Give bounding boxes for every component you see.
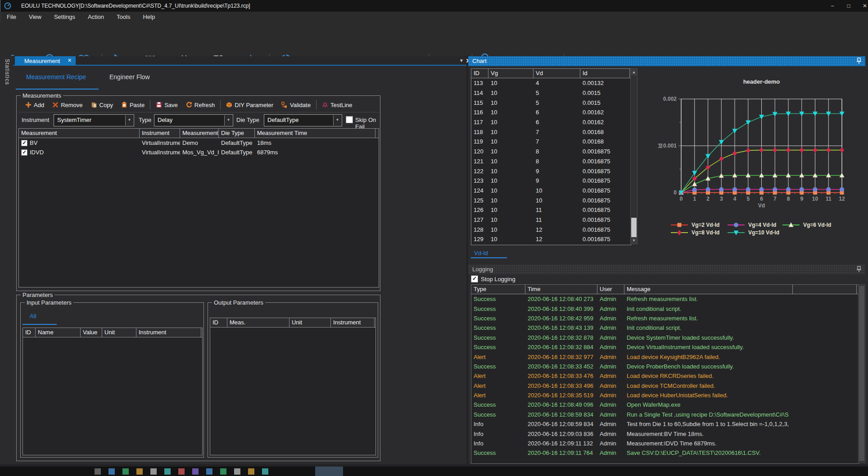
chevron-down-icon[interactable]: ▼	[125, 115, 133, 126]
tab-measurement[interactable]: Measurement ✕	[15, 56, 76, 65]
menu-item-file[interactable]: File	[0, 12, 23, 22]
log-row[interactable]: Alert2020-06-16 12:08:33 496AdminLoad de…	[471, 381, 859, 391]
scroll-up-icon[interactable]: ▲	[631, 69, 637, 76]
diy-parameter-button[interactable]: DIY Parameter	[222, 100, 277, 110]
menu-item-help[interactable]: Help	[136, 12, 161, 22]
data-table-row[interactable]: 1221090.0016875	[471, 166, 631, 176]
die-type-dropdown[interactable]: DefaultType ▼	[264, 114, 342, 126]
data-table-row[interactable]: 1201080.0016875	[471, 147, 631, 157]
testline-button[interactable]: TestLine	[318, 100, 356, 110]
taskbar-icon[interactable]	[122, 468, 129, 475]
column-header-instrument[interactable]: Instrument	[136, 328, 201, 337]
skip-on-fail-checkbox[interactable]	[346, 116, 353, 123]
add-button[interactable]: Add	[21, 100, 48, 110]
measurement-row[interactable]: ✓BVVirtualInstrumentDemoDefaultType18ms	[19, 138, 379, 148]
subtab-engineer-flow[interactable]: Engineer Flow	[109, 73, 150, 81]
logging-scrollbar[interactable]	[858, 284, 865, 463]
copy-button[interactable]: Copy	[87, 100, 117, 110]
taskbar-icon[interactable]	[108, 468, 115, 475]
data-table-row[interactable]: 1151050.0015	[471, 98, 631, 108]
column-header-unit[interactable]: Unit	[289, 318, 331, 327]
log-row[interactable]: Success2020-06-16 12:08:42 959AdminRefre…	[471, 314, 859, 323]
log-row[interactable]: Success2020-06-16 12:08:43 139AdminInit …	[471, 323, 859, 332]
column-header-vd[interactable]: Vd	[533, 69, 580, 78]
data-table-row[interactable]: 12810120.0016875	[471, 225, 631, 234]
log-row[interactable]: Success2020-06-16 12:08:59 834AdminRun a…	[471, 410, 859, 419]
menu-item-view[interactable]: View	[23, 12, 48, 22]
taskbar-icon[interactable]	[262, 468, 268, 475]
column-header-id[interactable]: ID	[471, 69, 488, 78]
scroll-down-icon[interactable]: ▼	[631, 237, 637, 244]
measurement-checkbox[interactable]: ✓	[21, 140, 27, 146]
column-header-[interactable]	[793, 285, 857, 294]
chevron-down-icon[interactable]: ▼	[333, 115, 341, 126]
taskbar-icon[interactable]	[220, 468, 226, 475]
scrollbar-thumb[interactable]	[859, 286, 864, 461]
minimize-button[interactable]: –	[825, 1, 840, 10]
taskbar-icon[interactable]	[178, 468, 185, 475]
column-header-user[interactable]: User	[597, 285, 624, 294]
data-table-row[interactable]: 12410100.0016875	[471, 186, 631, 196]
chevron-down-icon[interactable]: ▼	[224, 115, 232, 126]
column-header-value[interactable]: Value	[81, 328, 102, 337]
validate-button[interactable]: Validate	[277, 100, 315, 110]
tab-vd-id[interactable]: Vd-Id	[474, 250, 488, 256]
column-header-measurement[interactable]: Measurement	[19, 129, 140, 138]
tab-close-icon[interactable]: ✕	[68, 58, 72, 63]
remove-button[interactable]: Remove	[48, 100, 86, 110]
menu-item-settings[interactable]: Settings	[48, 12, 81, 22]
log-row[interactable]: Alert2020-06-16 12:08:35 519AdminLoad de…	[471, 391, 859, 400]
scrollbar-thumb[interactable]	[631, 218, 637, 238]
column-header-name[interactable]: Name	[36, 328, 81, 337]
pin-icon[interactable]	[856, 58, 862, 64]
data-table-row[interactable]: 1211080.0016875	[471, 157, 631, 166]
log-row[interactable]: Success2020-06-16 12:08:40 273AdminRefre…	[471, 294, 859, 304]
column-header-message[interactable]: Message	[624, 285, 793, 294]
taskbar-icon[interactable]	[95, 468, 101, 475]
taskbar-icon[interactable]	[136, 468, 143, 475]
column-header-unit[interactable]: Unit	[102, 328, 136, 337]
data-table-row[interactable]: 12510100.0016875	[471, 195, 631, 205]
column-header-meas-[interactable]: Meas.	[227, 318, 289, 327]
save-button[interactable]: Save	[152, 100, 182, 110]
menu-item-tools[interactable]: Tools	[110, 12, 136, 22]
data-table-row[interactable]: 1171060.00162	[471, 117, 631, 127]
log-row[interactable]: Info2020-06-16 12:09:03 836AdminMeasurem…	[471, 429, 859, 438]
column-header-measurement-type[interactable]: Measurement Type	[180, 129, 219, 138]
column-header-die-type[interactable]: Die Type	[219, 129, 255, 138]
chart-table-scrollbar[interactable]: ▲ ▼	[630, 68, 637, 244]
column-header-instrument[interactable]: Instrument	[331, 318, 375, 327]
measurement-row[interactable]: ✓IDVDVirtualInstrumentMos_Vg_Vd_IdDefaul…	[19, 148, 379, 157]
taskbar-active-task[interactable]	[315, 467, 343, 476]
log-row[interactable]: Success2020-06-16 12:09:11 764AdminSave …	[471, 448, 859, 458]
data-table-row[interactable]: 1191070.00168	[471, 137, 631, 147]
instrument-dropdown[interactable]: SystemTimer ▼	[54, 114, 134, 126]
log-row[interactable]: Alert2020-06-16 12:08:32 977AdminLoad de…	[471, 352, 859, 361]
data-table-row[interactable]: 1231090.0016875	[471, 176, 631, 186]
column-header-id[interactable]: ID	[210, 318, 227, 327]
data-table-row[interactable]: 12710110.0016875	[471, 215, 631, 225]
taskbar-icon[interactable]	[206, 468, 212, 475]
data-table-row[interactable]: 1131040.00132	[471, 78, 631, 88]
close-button[interactable]: ✕	[858, 1, 868, 10]
statistics-side-tab[interactable]: Statistics	[4, 59, 10, 85]
log-row[interactable]: Success2020-06-16 12:08:33 452AdminDevic…	[471, 362, 859, 371]
taskbar-icon[interactable]	[248, 468, 254, 475]
taskbar-icon[interactable]	[234, 468, 240, 475]
log-row[interactable]: Info2020-06-16 12:09:11 132AdminMeasurem…	[471, 439, 859, 448]
stop-logging-checkbox[interactable]: ✓	[471, 275, 478, 283]
data-table-row[interactable]: 1161060.00162	[471, 108, 631, 117]
log-row[interactable]: Success2020-06-16 12:08:49 096AdminOpen …	[471, 400, 859, 409]
taskbar-icon[interactable]	[164, 468, 171, 475]
column-header-time[interactable]: Time	[525, 285, 597, 294]
menu-item-action[interactable]: Action	[81, 12, 110, 22]
taskbar-icon[interactable]	[192, 468, 199, 475]
log-row[interactable]: Info2020-06-16 12:08:59 834AdminTest fro…	[471, 419, 859, 429]
data-table-row[interactable]: 1141050.0015	[471, 88, 631, 98]
column-header-id[interactable]: Id	[580, 69, 630, 78]
measurement-checkbox[interactable]: ✓	[21, 149, 27, 156]
column-header-type[interactable]: Type	[471, 285, 525, 294]
refresh-button[interactable]: Refresh	[182, 100, 219, 110]
log-row[interactable]: Success2020-06-16 12:08:32 878AdminDevic…	[471, 333, 859, 342]
column-header-instrument[interactable]: Instrument	[140, 129, 180, 138]
